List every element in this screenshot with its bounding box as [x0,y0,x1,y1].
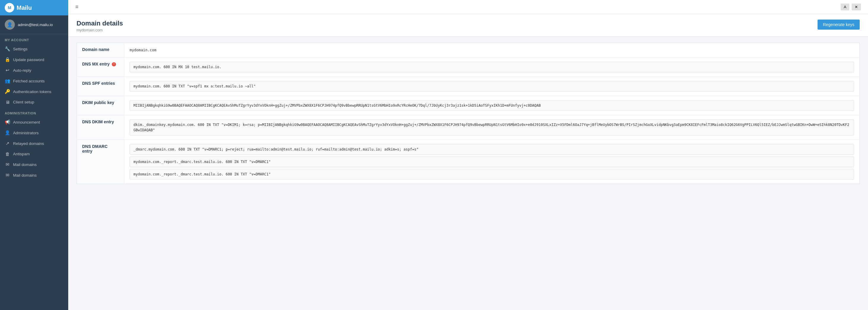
lock-icon: 🔒 [5,57,10,62]
field-label-dns-dkim: DNS DKIM entry [77,115,124,140]
dns-dkim-entry: dkim._domainkey.mydomain.com. 600 IN TXT… [130,119,854,135]
sidebar-item-auto-reply[interactable]: ↩ Auto-reply [0,65,68,76]
sidebar-item-label: Authentication tokens [13,90,51,94]
mail-icon: ✉ [5,162,10,167]
dns-dmarc-entry-2: mydomain.com._report._dmarc.test.mailu.i… [130,157,854,167]
sidebar-item-label: Mail domains [13,163,37,167]
page-subtitle: mydomain.com [76,28,123,32]
sidebar-item-label: Client setup [13,100,34,104]
wrench-icon: 🔧 [5,46,10,51]
table-row: DNS DMARC entry _dmarc.mydomain.com. 600… [77,140,860,184]
main-content: ≡ A ✕ Domain details mydomain.com Regene… [68,0,868,310]
sidebar-item-relayed-domains[interactable]: ↗ Relayed domains [0,138,68,149]
logo-label: Mailu [17,4,32,11]
sidebar-item-update-password[interactable]: 🔒 Update password [0,54,68,65]
table-row: DNS MX entry ! mydomain.com. 600 IN MX 1… [77,58,860,77]
topbar-a-button[interactable]: A [841,4,849,10]
app-logo: M Mailu [0,0,68,15]
sidebar-item-settings[interactable]: 🔧 Settings [0,43,68,54]
trash-icon: 🗑 [5,151,10,157]
field-label-dkim-key: DKIM public key [77,96,124,115]
field-value-dkim-key: MIIBIjANBgkqhkiG9w0BAQEFAAOCAQ8AMIIBCgKC… [124,96,860,115]
sidebar-item-fetched-accounts[interactable]: 👥 Fetched accounts [0,76,68,86]
topbar-right: A ✕ [841,4,861,10]
dns-mx-entry: mydomain.com. 600 IN MX 10 test.mailu.io… [130,62,854,72]
regenerate-keys-button[interactable]: Regenerate keys [817,20,860,30]
sidebar-item-administrators[interactable]: 👤 Administrators [0,128,68,138]
dkim-key-value: MIIBIjANBgkqhkiG9w0BAQEFAAOCAQ8AMIIBCgKC… [130,100,854,111]
sidebar-item-label: Fetched accounts [13,79,45,83]
sidebar-item-label: Update password [13,58,44,62]
dns-spf-entry: mydomain.com. 600 IN TXT "v=spf1 mx a:te… [130,81,854,92]
table-row: DNS SPF entries mydomain.com. 600 IN TXT… [77,77,860,96]
dns-dmarc-entry-3: mydomain.com._report._dmarc.test.mailu.i… [130,169,854,180]
sidebar-item-label: Administrators [13,131,38,135]
administration-section-label: ADMINISTRATION [0,107,68,117]
sidebar-item-mail-domains-1[interactable]: ✉ Mail domains [0,159,68,170]
logo-icon: M [5,3,14,12]
field-label-dns-spf: DNS SPF entries [77,77,124,96]
sidebar-item-label: Antispam [13,152,30,156]
field-label-dns-mx: DNS MX entry ! [77,58,124,77]
announcement-icon: 📢 [5,119,10,125]
relay-icon: ↗ [5,141,10,146]
hamburger-icon[interactable]: ≡ [75,4,79,10]
users-icon: 👥 [5,78,10,83]
sidebar-user: 👤 admin@test.mailu.io [0,15,68,34]
table-row: DNS DKIM entry dkim._domainkey.mydomain.… [77,115,860,140]
topbar-close-button[interactable]: ✕ [852,4,861,10]
avatar: 👤 [5,20,15,30]
sidebar-item-label: Relayed domains [13,141,44,146]
table-row: Domain name mydomain.com [77,43,860,58]
dns-dmarc-entry-1: _dmarc.mydomain.com. 600 IN TXT "v=DMARC… [130,144,854,155]
sidebar-item-auth-tokens[interactable]: 🔑 Authentication tokens [0,86,68,97]
admin-icon: 👤 [5,130,10,135]
my-account-section-label: MY ACCOUNT [0,34,68,43]
sidebar-item-label: Announcement [13,120,40,125]
field-label-domain-name: Domain name [77,43,124,58]
key-icon: 🔑 [5,89,10,94]
monitor-icon: 🖥 [5,100,10,105]
sidebar-item-label: Mail domains [13,173,37,177]
mail-icon-2: ✉ [5,172,10,178]
field-value-dns-mx: mydomain.com. 600 IN MX 10 test.mailu.io… [124,58,860,77]
domain-details-table: Domain name mydomain.com DNS MX entry ! … [76,43,860,184]
field-label-dns-dmarc: DNS DMARC entry [77,140,124,184]
field-value-dns-spf: mydomain.com. 600 IN TXT "v=spf1 mx a:te… [124,77,860,96]
sidebar-item-announcement[interactable]: 📢 Announcement [0,117,68,128]
sidebar-item-antispam[interactable]: 🗑 Antispam [0,149,68,159]
sidebar-item-label: Settings [13,47,28,51]
table-row: DKIM public key MIIBIjANBgkqhkiG9w0BAQEF… [77,96,860,115]
sidebar: M Mailu 👤 admin@test.mailu.io MY ACCOUNT… [0,0,68,310]
field-value-dns-dmarc: _dmarc.mydomain.com. 600 IN TXT "v=DMARC… [124,140,860,184]
sidebar-item-mail-domains-2[interactable]: ✉ Mail domains [0,170,68,180]
page-content: Domain details mydomain.com Regenerate k… [68,14,868,310]
field-value-dns-dkim: dkim._domainkey.mydomain.com. 600 IN TXT… [124,115,860,140]
reply-icon: ↩ [5,68,10,73]
sidebar-item-label: Auto-reply [13,68,31,73]
sidebar-username: admin@test.mailu.io [18,23,53,27]
page-title: Domain details [76,20,123,27]
field-value-domain-name: mydomain.com [124,43,860,58]
topbar: ≡ A ✕ [68,0,868,14]
warning-icon: ! [112,62,116,66]
page-header-left: Domain details mydomain.com [76,20,123,32]
page-header: Domain details mydomain.com Regenerate k… [68,14,868,37]
sidebar-item-client-setup[interactable]: 🖥 Client setup [0,97,68,107]
